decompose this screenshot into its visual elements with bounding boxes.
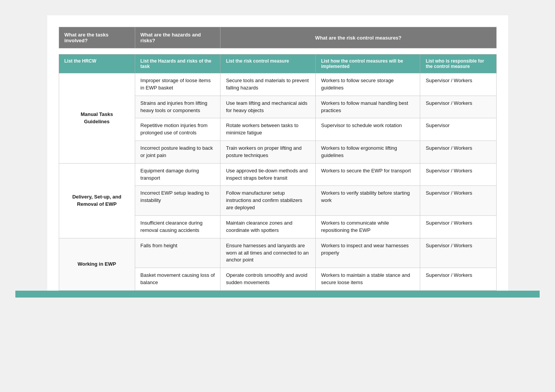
implementation-cell: Workers to follow manual handling best p…	[316, 96, 420, 118]
header-col2: What are the hazards and risks?	[135, 27, 220, 48]
sub-header-row: List the HRCW List the Hazards and risks…	[59, 55, 496, 73]
implementation-cell: Workers to verify stability before start…	[316, 186, 420, 216]
hazard-cell: Incorrect EWP setup leading to instabili…	[135, 186, 220, 216]
subheader-col1: List the HRCW	[59, 55, 135, 73]
implementation-cell: Workers to communicate while repositioni…	[316, 215, 420, 238]
header-col1: What are the tasks involved?	[59, 27, 135, 48]
responsible-cell: Supervisor / Workers	[420, 186, 496, 216]
control-cell: Maintain clearance zones and coordinate …	[220, 215, 316, 238]
control-cell: Ensure harnesses and lanyards are worn a…	[220, 238, 316, 268]
responsible-cell: Supervisor / Workers	[420, 268, 496, 291]
responsible-cell: Supervisor / Workers	[420, 215, 496, 238]
bottom-bar	[15, 291, 540, 298]
hazard-cell: Falls from height	[135, 238, 220, 268]
page-container: What are the tasks involved? What are th…	[47, 15, 508, 291]
hazard-cell: Incorrect posture leading to back or joi…	[135, 141, 220, 164]
responsible-cell: Supervisor	[420, 118, 496, 141]
control-cell: Follow manufacturer setup instructions a…	[220, 186, 316, 216]
top-header-row: What are the tasks involved? What are th…	[59, 27, 496, 48]
control-cell: Operate controls smoothly and avoid sudd…	[220, 268, 316, 291]
implementation-cell: Workers to secure the EWP for transport	[316, 163, 420, 186]
hazard-cell: Improper storage of loose items in EWP b…	[135, 73, 220, 96]
hazard-cell: Insufficient clearance during removal ca…	[135, 215, 220, 238]
header-col3: What are the risk control measures?	[220, 27, 496, 48]
subheader-col2: List the Hazards and risks of the task	[135, 55, 220, 73]
implementation-cell: Supervisor to schedule work rotation	[316, 118, 420, 141]
task-cell: Working in EWP	[59, 238, 135, 290]
responsible-cell: Supervisor / Workers	[420, 141, 496, 164]
implementation-cell: Workers to follow secure storage guideli…	[316, 73, 420, 96]
responsible-cell: Supervisor / Workers	[420, 73, 496, 96]
implementation-cell: Workers to inspect and wear harnesses pr…	[316, 238, 420, 268]
responsible-cell: Supervisor / Workers	[420, 96, 496, 118]
hazard-cell: Basket movement causing loss of balance	[135, 268, 220, 291]
subheader-col3: List the risk control measure	[220, 55, 316, 73]
table-row: Delivery, Set-up, andRemoval of EWPEquip…	[59, 163, 496, 186]
task-cell: Manual TasksGuidelines	[59, 73, 135, 164]
task-cell: Delivery, Set-up, andRemoval of EWP	[59, 163, 135, 238]
subheader-col4: List how the control measures will be im…	[316, 55, 420, 73]
control-cell: Train workers on proper lifting and post…	[220, 141, 316, 164]
risk-table: What are the tasks involved? What are th…	[59, 27, 497, 291]
control-cell: Use approved tie-down methods and inspec…	[220, 163, 316, 186]
hazard-cell: Repetitive motion injuries from prolonge…	[135, 118, 220, 141]
table-row: Working in EWPFalls from heightEnsure ha…	[59, 238, 496, 268]
control-cell: Secure tools and materials to prevent fa…	[220, 73, 316, 96]
implementation-cell: Workers to follow ergonomic lifting guid…	[316, 141, 420, 164]
hazard-cell: Strains and injuries from lifting heavy …	[135, 96, 220, 118]
control-cell: Use team lifting and mechanical aids for…	[220, 96, 316, 118]
implementation-cell: Workers to maintain a stable stance and …	[316, 268, 420, 291]
hazard-cell: Equipment damage during transport	[135, 163, 220, 186]
responsible-cell: Supervisor / Workers	[420, 238, 496, 268]
control-cell: Rotate workers between tasks to minimize…	[220, 118, 316, 141]
responsible-cell: Supervisor / Workers	[420, 163, 496, 186]
subheader-col5: List who is responsible for the control …	[420, 55, 496, 73]
table-row: Manual TasksGuidelinesImproper storage o…	[59, 73, 496, 96]
